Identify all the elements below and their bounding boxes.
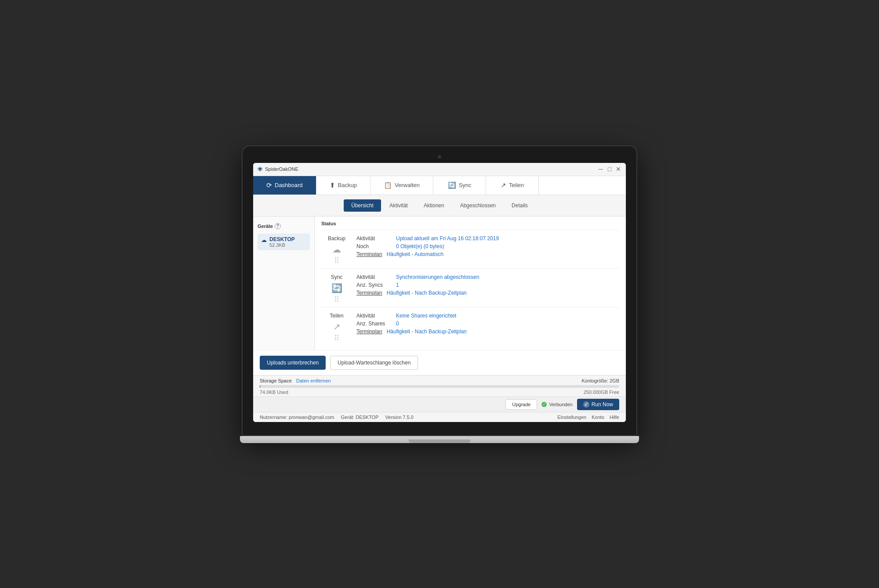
- backup-dots: [335, 257, 338, 263]
- storage-usage-row: 74.0KB Used 250.000GB Free: [260, 390, 619, 395]
- status-footer: Upgrade Verbunden ✓ Run Now: [253, 397, 626, 412]
- teilen-aktivitat-label: Aktivität: [356, 313, 396, 319]
- backup-icon: ⬆: [330, 181, 335, 189]
- tab-dashboard[interactable]: ⟳ Dashboard: [253, 176, 316, 195]
- backup-terminplan-row: Terminplan Häufigkeit - Automatisch: [356, 251, 619, 257]
- backup-label-area: Backup ☁: [321, 235, 356, 263]
- storage-bar-area: Storage Space Daten entfernen Kontogröße…: [253, 375, 626, 397]
- sub-tab-ubersicht[interactable]: Übersicht: [344, 199, 381, 212]
- sub-tabs: Übersicht Aktivität Aktionen Abgeschloss…: [253, 195, 626, 216]
- storage-track: [260, 385, 619, 388]
- upgrade-button[interactable]: Upgrade: [505, 399, 537, 410]
- teilen-section-icon: ↗: [333, 321, 341, 332]
- sync-dots: [335, 296, 338, 302]
- device-info: DESKTOP 52.3KB: [269, 236, 295, 248]
- storage-quota-label: Kontogröße: 2GB: [581, 378, 619, 383]
- run-now-button[interactable]: ✓ Run Now: [577, 399, 619, 410]
- sidebar-device-item[interactable]: ☁ DESKTOP 52.3KB: [258, 234, 310, 250]
- backup-aktivitat-label: Aktivität: [356, 235, 396, 242]
- teilen-icon: ↗: [501, 181, 506, 189]
- footer-device: Gerät: DESKTOP: [341, 415, 379, 420]
- tab-sync[interactable]: 🔄 Sync: [433, 176, 486, 195]
- status-column-label: Status: [321, 221, 336, 226]
- remove-data-link[interactable]: Daten entfernen: [296, 378, 331, 383]
- teilen-section-name: Teilen: [330, 313, 343, 319]
- device-name: DESKTOP: [269, 236, 295, 242]
- close-button[interactable]: ✕: [615, 166, 621, 172]
- laptop-frame: 🕷 SpiderOakONE ─ □ ✕ ⟳ Dashboard ⬆ Backu…: [242, 145, 637, 443]
- footer-link-einstellungen[interactable]: Einstellungen: [557, 415, 586, 420]
- sync-anzsyncs-label: Anz. Syncs: [356, 282, 396, 288]
- teilen-anzshares-row: Anz. Shares 0: [356, 321, 619, 327]
- teilen-label-area: Teilen ↗: [321, 313, 356, 340]
- run-now-icon: ✓: [583, 401, 589, 408]
- app-title: SpiderOakONE: [265, 166, 298, 172]
- sync-section-icon: 🔄: [331, 283, 342, 293]
- tab-teilen-label: Teilen: [509, 182, 524, 188]
- backup-noch-row: Noch 0 Objekt(e) (0 bytes): [356, 243, 619, 249]
- teilen-status-section: Teilen ↗ Aktivität Keine Shares: [321, 307, 619, 346]
- teilen-terminplan-value: Häufigkeit - Nach Backup-Zeitplan: [387, 328, 467, 335]
- backup-status-section: Backup ☁ Aktivität Upload aktuel: [321, 230, 619, 269]
- laptop-base: [240, 436, 639, 443]
- sub-tab-details[interactable]: Details: [504, 199, 535, 212]
- footer-version-prefix: Version: [385, 415, 402, 420]
- sub-tab-aktionen[interactable]: Aktionen: [416, 199, 452, 212]
- backup-terminplan-value: Häufigkeit - Automatisch: [387, 251, 443, 257]
- footer-link-hilfe[interactable]: Hilfe: [610, 415, 619, 420]
- footer-link-konto[interactable]: Konto: [592, 415, 604, 420]
- status-header: Status: [321, 221, 619, 230]
- spideroak-logo-icon: 🕷: [258, 166, 263, 172]
- footer-links: Einstellungen Konto Hilfe: [557, 415, 619, 420]
- app-window: 🕷 SpiderOakONE ─ □ ✕ ⟳ Dashboard ⬆ Backu…: [253, 163, 626, 422]
- sync-terminplan-value: Häufigkeit - Nach Backup-Zeitplan: [387, 290, 467, 296]
- teilen-anzshares-value: 0: [396, 321, 399, 327]
- footer-username-value: pronwan@gmail.com: [289, 415, 334, 420]
- backup-terminplan-link[interactable]: Terminplan: [356, 251, 382, 257]
- backup-noch-value: 0 Objekt(e) (0 bytes): [396, 243, 444, 249]
- storage-free-label: 250.000GB Free: [584, 390, 619, 395]
- title-bar: 🕷 SpiderOakONE ─ □ ✕: [253, 163, 626, 176]
- tab-backup-label: Backup: [338, 182, 357, 188]
- sync-anzsyncs-row: Anz. Syncs 1: [356, 282, 619, 288]
- status-footer-right: Upgrade Verbunden ✓ Run Now: [505, 399, 619, 410]
- footer-username: Nutzername: pronwan@gmail.com: [260, 415, 334, 420]
- sync-aktivitat-value: Synchronisierungen abgeschlossen: [396, 274, 479, 280]
- footer-device-prefix: Gerät:: [341, 415, 355, 420]
- tab-teilen[interactable]: ↗ Teilen: [486, 176, 539, 195]
- sync-icon: 🔄: [448, 181, 456, 189]
- sub-tab-abgeschlossen[interactable]: Abgeschlossen: [453, 199, 503, 212]
- tab-backup[interactable]: ⬆ Backup: [316, 176, 370, 195]
- sync-section-name: Sync: [331, 274, 343, 280]
- laptop-camera: [438, 155, 441, 159]
- devices-help-icon[interactable]: ?: [275, 223, 281, 229]
- window-controls: ─ □ ✕: [598, 166, 621, 172]
- sync-terminplan-link[interactable]: Terminplan: [356, 290, 382, 296]
- sidebar: Geräte ? ☁ DESKTOP 52.3KB: [253, 216, 315, 350]
- footer-version: Version 7.5.0: [385, 415, 414, 420]
- status-area: Status Backup ☁: [315, 216, 626, 350]
- backup-aktivitat-value: Upload aktuell am Fri Aug 16 02:18:07 20…: [396, 235, 499, 242]
- device-size: 52.3KB: [269, 242, 295, 248]
- action-buttons: Uploads unterbrechen Upload-Warteschlang…: [253, 350, 626, 375]
- verwalten-icon: 📋: [384, 181, 392, 189]
- tab-dashboard-label: Dashboard: [275, 182, 303, 188]
- footer-version-value: 7.5.0: [403, 415, 413, 420]
- backup-aktivitat-row: Aktivität Upload aktuell am Fri Aug 16 0…: [356, 235, 619, 242]
- upload-warteschlange-button[interactable]: Upload-Warteschlange löschen: [330, 356, 418, 370]
- teilen-aktivitat-row: Aktivität Keine Shares eingerichtet: [356, 313, 619, 319]
- uploads-unterbrechen-button[interactable]: Uploads unterbrechen: [260, 356, 326, 370]
- sync-terminplan-row: Terminplan Häufigkeit - Nach Backup-Zeit…: [356, 290, 619, 296]
- run-now-label: Run Now: [592, 401, 613, 408]
- sub-tab-aktivitat[interactable]: Aktivität: [382, 199, 415, 212]
- minimize-button[interactable]: ─: [598, 166, 604, 172]
- footer-info: Nutzername: pronwan@gmail.com Gerät: DES…: [260, 415, 414, 420]
- teilen-terminplan-link[interactable]: Terminplan: [356, 328, 382, 335]
- teilen-dots: [335, 335, 338, 340]
- maximize-button[interactable]: □: [607, 166, 613, 172]
- sync-label-area: Sync 🔄: [321, 274, 356, 302]
- storage-used-label: 74.0KB Used: [260, 390, 288, 395]
- tab-verwalten[interactable]: 📋 Verwalten: [370, 176, 433, 195]
- storage-bar-header: Storage Space Daten entfernen Kontogröße…: [260, 378, 619, 383]
- backup-section-name: Backup: [328, 235, 345, 242]
